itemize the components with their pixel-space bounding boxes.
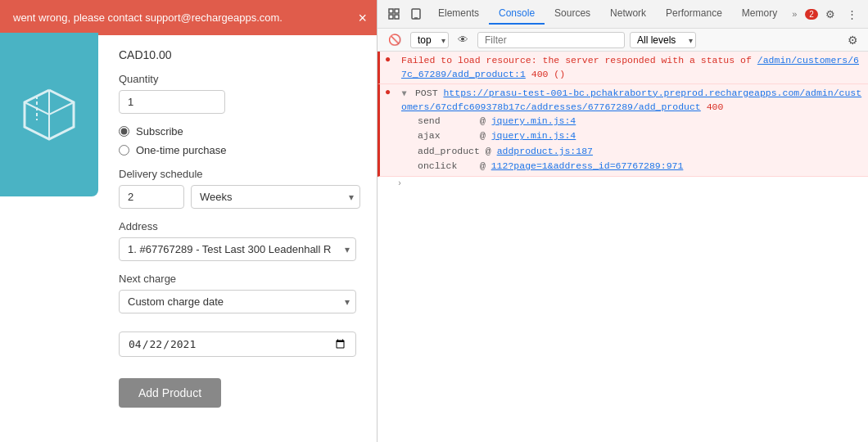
tab-performance[interactable]: Performance bbox=[656, 3, 732, 25]
address-group: Address 1. #67767289 - Test Last 300 Lea… bbox=[119, 220, 360, 261]
quantity-label: Quantity bbox=[119, 73, 360, 85]
tab-more[interactable]: » bbox=[787, 5, 802, 23]
devtools-actions: 2 ⚙ ⋮ ✕ bbox=[805, 6, 868, 23]
subscribe-label: Subscribe bbox=[136, 125, 183, 138]
svg-rect-1 bbox=[395, 9, 399, 13]
dock-icon[interactable]: ⋮ bbox=[843, 6, 861, 23]
add-product-button[interactable]: Add Product bbox=[119, 378, 221, 408]
one-time-radio[interactable] bbox=[119, 145, 129, 156]
stack-line-send: send @ jquery.min.js:4 bbox=[418, 114, 863, 129]
delivery-label: Delivery schedule bbox=[119, 168, 360, 180]
price-label: CAD10.00 bbox=[119, 48, 360, 61]
tab-sources[interactable]: Sources bbox=[545, 3, 600, 25]
delivery-number-input[interactable] bbox=[119, 185, 184, 209]
chevron-right-icon: › bbox=[397, 179, 402, 188]
inspect-icon[interactable] bbox=[384, 6, 404, 22]
close-devtools-icon[interactable]: ✕ bbox=[865, 6, 868, 23]
levels-select-wrapper: All levels Verbose Info Warnings Errors … bbox=[630, 32, 696, 48]
delivery-group: Delivery schedule Days Weeks Months ▾ bbox=[119, 168, 360, 209]
console-toolbar: 🚫 top ▾ 👁 All levels Verbose Info Warnin… bbox=[377, 29, 868, 52]
console-error-1: ● Failed to load resource: the server re… bbox=[377, 52, 868, 84]
error-count-badge: 2 bbox=[805, 9, 818, 20]
eye-icon[interactable]: 👁 bbox=[454, 31, 472, 48]
svg-rect-2 bbox=[389, 15, 393, 19]
tab-network[interactable]: Network bbox=[600, 3, 656, 25]
purchase-type-group: Subscribe One-time purchase bbox=[119, 125, 360, 156]
delivery-unit-wrapper: Days Weeks Months ▾ bbox=[191, 185, 360, 209]
quantity-input[interactable] bbox=[119, 90, 225, 114]
subscribe-option[interactable]: Subscribe bbox=[119, 125, 360, 138]
devtools-topbar: Elements Console Sources Network Perform… bbox=[377, 0, 868, 29]
svg-rect-3 bbox=[395, 15, 399, 19]
next-charge-select-wrapper: Next charge date Custom charge date ▾ bbox=[119, 290, 356, 313]
settings-icon[interactable]: ⚙ bbox=[821, 6, 839, 23]
tab-memory[interactable]: Memory bbox=[732, 3, 787, 25]
subscribe-radio[interactable] bbox=[119, 126, 129, 137]
devtools-tabs: Elements Console Sources Network Perform… bbox=[428, 3, 802, 25]
one-time-option[interactable]: One-time purchase bbox=[119, 144, 360, 156]
date-input[interactable] bbox=[119, 332, 356, 357]
clear-console-icon[interactable]: 🚫 bbox=[384, 31, 405, 48]
expand-arrow-icon[interactable]: ▶ bbox=[398, 91, 410, 96]
address-select-wrapper: 1. #67767289 - Test Last 300 Leadenhall … bbox=[119, 237, 356, 261]
product-icon-bg bbox=[0, 33, 98, 196]
address-select[interactable]: 1. #67767289 - Test Last 300 Leadenhall … bbox=[119, 237, 356, 261]
error-icon-1: ● bbox=[385, 54, 398, 65]
stack-line-ajax: ajax @ jquery.min.js:4 bbox=[418, 129, 863, 143]
tab-elements[interactable]: Elements bbox=[428, 3, 489, 25]
svg-rect-0 bbox=[389, 9, 393, 13]
left-panel: went wrong, please contact support@recha… bbox=[0, 0, 377, 442]
console-filter-input[interactable] bbox=[477, 32, 625, 48]
stack-trace: send @ jquery.min.js:4 ajax @ jquery.min… bbox=[401, 114, 863, 174]
error-banner: went wrong, please contact support@recha… bbox=[0, 0, 377, 35]
console-settings-icon[interactable]: ⚙ bbox=[844, 32, 861, 48]
close-button[interactable]: × bbox=[358, 11, 367, 25]
devtools-panel: Elements Console Sources Network Perform… bbox=[377, 0, 868, 442]
delivery-row: Days Weeks Months ▾ bbox=[119, 185, 360, 209]
device-icon[interactable] bbox=[407, 6, 425, 22]
svg-rect-4 bbox=[412, 9, 420, 19]
next-charge-group: Next charge Next charge date Custom char… bbox=[119, 273, 360, 313]
stack-line-onclick: onclick @ 112?page=1&address_id=67767289… bbox=[418, 159, 863, 174]
context-select-wrapper: top ▾ bbox=[410, 32, 449, 48]
delivery-unit-select[interactable]: Days Weeks Months bbox=[191, 185, 360, 209]
error-text-1: Failed to load resource: the server resp… bbox=[401, 53, 863, 82]
tab-console[interactable]: Console bbox=[489, 3, 545, 25]
quantity-group: Quantity bbox=[119, 73, 360, 114]
error-icon-2: ● bbox=[385, 87, 398, 98]
context-select[interactable]: top bbox=[410, 32, 449, 48]
next-charge-select[interactable]: Next charge date Custom charge date bbox=[119, 290, 356, 313]
console-error-2: ● ▶ POST https://prasu-test-001-bc.pchak… bbox=[377, 84, 868, 177]
levels-select[interactable]: All levels Verbose Info Warnings Errors bbox=[630, 32, 696, 48]
error-message: went wrong, please contact support@recha… bbox=[13, 11, 283, 24]
stack-line-add-product: add_product @ addproduct.js:187 bbox=[418, 144, 863, 159]
box-icon bbox=[16, 82, 82, 147]
next-charge-label: Next charge bbox=[119, 273, 360, 285]
date-group bbox=[119, 325, 360, 357]
address-label: Address bbox=[119, 220, 360, 232]
console-output: ● Failed to load resource: the server re… bbox=[377, 52, 868, 442]
bottom-expand[interactable]: › bbox=[377, 177, 868, 190]
one-time-label: One-time purchase bbox=[136, 144, 227, 156]
error-text-2: ▶ POST https://prasu-test-001-bc.pchakra… bbox=[401, 86, 863, 174]
